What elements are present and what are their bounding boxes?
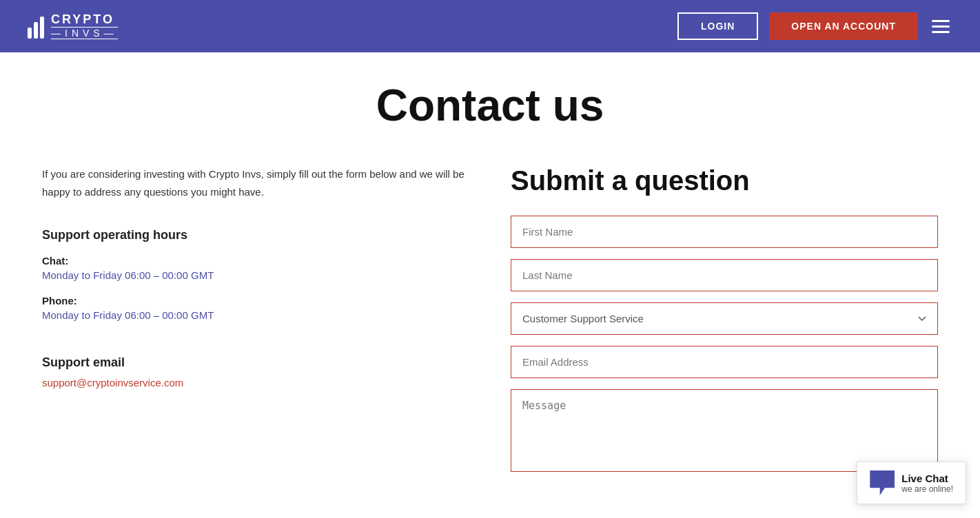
support-hours-heading: Support operating hours (42, 228, 469, 242)
live-chat-widget[interactable]: Live Chat we are online! (857, 462, 966, 504)
content-wrapper: If you are considering investing with Cr… (14, 152, 966, 518)
live-chat-title: Live Chat (901, 473, 953, 484)
login-button[interactable]: LOGIN (677, 12, 758, 40)
menu-button[interactable] (929, 17, 952, 36)
phone-support: Phone: Monday to Friday 06:00 – 00:00 GM… (42, 295, 469, 321)
email-group (511, 346, 938, 378)
header-right: LOGIN OPEN AN ACCOUNT (677, 12, 952, 40)
phone-label: Phone: (42, 295, 469, 307)
live-chat-icon (870, 470, 895, 495)
logo-bar-3 (40, 17, 44, 39)
logo-bar-2 (34, 22, 38, 39)
email-input[interactable] (511, 346, 938, 378)
chat-hours: Monday to Friday 06:00 – 00:00 GMT (42, 269, 469, 281)
logo: CRYPTO —INVS— (28, 13, 118, 39)
logo-bars-icon (28, 14, 44, 39)
left-column: If you are considering investing with Cr… (42, 165, 469, 486)
support-email-heading: Support email (42, 355, 469, 370)
service-group: Customer Support Service Technical Suppo… (511, 302, 938, 335)
live-chat-subtitle: we are online! (901, 484, 953, 494)
page-title: Contact us (0, 52, 980, 152)
chat-support: Chat: Monday to Friday 06:00 – 00:00 GMT (42, 255, 469, 281)
form-heading: Submit a question (511, 165, 938, 196)
service-select[interactable]: Customer Support Service Technical Suppo… (511, 302, 938, 335)
logo-bar-1 (28, 28, 32, 39)
support-email-section: Support email support@cryptoinvservice.c… (42, 355, 469, 389)
hamburger-line-3 (932, 31, 950, 33)
hamburger-line-1 (932, 20, 950, 22)
first-name-group (511, 216, 938, 248)
first-name-input[interactable] (511, 216, 938, 248)
logo-crypto-text: CRYPTO (51, 13, 118, 25)
logo-invs-text: —INVS— (51, 27, 118, 39)
header: CRYPTO —INVS— LOGIN OPEN AN ACCOUNT (0, 0, 980, 52)
support-email-link[interactable]: support@cryptoinvservice.com (42, 377, 183, 388)
last-name-group (511, 259, 938, 291)
last-name-input[interactable] (511, 259, 938, 291)
chat-label: Chat: (42, 255, 469, 267)
message-textarea[interactable] (511, 389, 938, 472)
live-chat-text: Live Chat we are online! (901, 473, 953, 494)
support-hours-section: Support operating hours Chat: Monday to … (42, 228, 469, 321)
logo-text: CRYPTO —INVS— (51, 13, 118, 39)
intro-text: If you are considering investing with Cr… (42, 165, 469, 200)
open-account-button[interactable]: OPEN AN ACCOUNT (769, 12, 918, 40)
hamburger-line-2 (932, 25, 950, 28)
phone-hours: Monday to Friday 06:00 – 00:00 GMT (42, 309, 469, 321)
right-column: Submit a question Customer Support Servi… (511, 165, 938, 486)
